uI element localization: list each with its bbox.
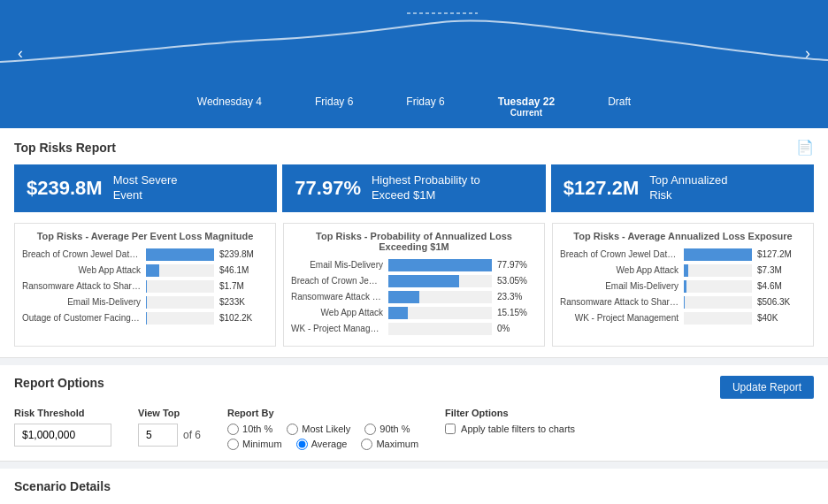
chart3-bar-5: WK - Project Management $40K	[560, 312, 806, 325]
chart3-title: Top Risks - Average Annualized Loss Expo…	[560, 231, 806, 241]
view-top-of: of 6	[183, 429, 201, 441]
charts-row: Top Risks - Average Per Event Loss Magni…	[14, 223, 814, 347]
risks-header: Top Risks Report 📄	[14, 139, 814, 156]
chart1-bar-3: Ransomware Attack to Shared Drives $1.7M	[22, 280, 268, 293]
date-tue22[interactable]: Tuesday 22 Current	[498, 95, 555, 118]
top-risks-section: Top Risks Report 📄 $239.8M Most SevereEv…	[0, 128, 828, 358]
options-row: Risk Threshold View Top of 6 Report By 1…	[14, 408, 814, 450]
date-wed4[interactable]: Wednesday 4	[197, 95, 262, 118]
metric-annual-label: Top AnnualizedRisk	[649, 173, 727, 203]
chart-panel-3: Top Risks - Average Annualized Loss Expo…	[552, 223, 814, 347]
chart2-bar-2: Breach of Crown Jewel Database - Exte...…	[291, 275, 537, 287]
chart1-bar-2: Web App Attack $46.1M	[22, 264, 268, 277]
chart3-bar-4: Ransomware Attack to Shared Drives $506.…	[560, 296, 806, 309]
risks-title: Top Risks Report	[14, 141, 116, 155]
metric-prob-value: 77.97%	[295, 177, 361, 200]
filter-options-group: Filter Options Apply table filters to ch…	[445, 408, 575, 434]
timeline-section: ‹ › Wednesday 4 Friday 6 Friday 6 Tuesda…	[0, 0, 828, 128]
metric-prob-label: Highest Probability toExceed $1M	[372, 173, 480, 203]
view-top-group: View Top of 6	[138, 408, 201, 447]
chart2-title: Top Risks - Probability of Annualized Lo…	[291, 231, 537, 252]
filter-checkbox-label: Apply table filters to charts	[461, 424, 575, 434]
risk-threshold-group: Risk Threshold	[14, 408, 111, 447]
view-top-label: View Top	[138, 408, 201, 418]
metric-annual-value: $127.2M	[564, 177, 640, 200]
chart2-bar-4: Web App Attack 15.15%	[291, 307, 537, 319]
date-fri6b[interactable]: Friday 6	[406, 95, 444, 118]
chart2-bar-5: WK - Project Management 0%	[291, 323, 537, 335]
next-arrow[interactable]: ›	[805, 44, 810, 63]
radio-maximum[interactable]: Maximum	[361, 439, 418, 450]
report-icon: 📄	[796, 139, 814, 156]
update-report-button[interactable]: Update Report	[720, 376, 814, 399]
metric-card-annual: $127.2M Top AnnualizedRisk	[551, 164, 814, 212]
radio-most-likely[interactable]: Most Likely	[287, 424, 350, 435]
chart3-bar-2: Web App Attack $7.3M	[560, 264, 806, 277]
view-top-input[interactable]	[138, 424, 178, 447]
report-by-label: Report By	[227, 408, 418, 418]
chart1-bar-5: Outage of Customer Facing Website $102.2…	[22, 312, 268, 325]
scenario-details-section: Scenario Details Scenario 🔍 Asset ▲ Thre…	[0, 469, 828, 504]
date-fri6a[interactable]: Friday 6	[315, 95, 353, 118]
metric-card-severe: $239.8M Most SevereEvent	[14, 164, 277, 212]
prev-arrow[interactable]: ‹	[18, 44, 23, 63]
options-title: Report Options	[14, 376, 104, 390]
chart3-bar-1: Breach of Crown Jewel Database - Exte...…	[560, 248, 806, 261]
chart1-bar-1: Breach of Crown Jewel Database - Exte...…	[22, 248, 268, 261]
report-options-section: Report Options Update Report Risk Thresh…	[0, 365, 828, 462]
apply-filters-checkbox[interactable]	[445, 424, 456, 434]
chart-panel-1: Top Risks - Average Per Event Loss Magni…	[14, 223, 276, 347]
chart-panel-2: Top Risks - Probability of Annualized Lo…	[283, 223, 545, 347]
chart1-title: Top Risks - Average Per Event Loss Magni…	[22, 231, 268, 241]
risk-threshold-label: Risk Threshold	[14, 408, 111, 418]
metric-severe-label: Most SevereEvent	[113, 173, 178, 203]
report-by-group: Report By 10th % Most Likely 90th % Mini…	[227, 408, 418, 450]
metric-cards: $239.8M Most SevereEvent 77.97% Highest …	[14, 164, 814, 212]
radio-90th[interactable]: 90th %	[364, 424, 410, 435]
chart1-bar-4: Email Mis-Delivery $233K	[22, 296, 268, 309]
radio-minimum[interactable]: Minimum	[227, 439, 282, 450]
metric-severe-value: $239.8M	[27, 177, 103, 200]
filter-checkbox-item[interactable]: Apply table filters to charts	[445, 424, 575, 434]
scenario-title: Scenario Details	[14, 479, 814, 493]
timeline-dates: Wednesday 4 Friday 6 Friday 6 Tuesday 22…	[0, 95, 828, 118]
options-header: Report Options Update Report	[14, 376, 814, 399]
date-draft[interactable]: Draft	[608, 95, 631, 118]
chart3-bar-3: Email Mis-Delivery $4.6M	[560, 280, 806, 293]
radio-10th[interactable]: 10th %	[227, 424, 272, 435]
timeline-nav: ‹ ›	[0, 44, 828, 63]
filter-options-label: Filter Options	[445, 408, 575, 418]
chart2-bar-3: Ransomware Attack to Shared Drives 23.3%	[291, 291, 537, 303]
chart2-bar-1: Email Mis-Delivery 77.97%	[291, 259, 537, 271]
metric-card-prob: 77.97% Highest Probability toExceed $1M	[282, 164, 545, 212]
risk-threshold-input[interactable]	[14, 424, 111, 447]
radio-average[interactable]: Average	[296, 439, 348, 450]
